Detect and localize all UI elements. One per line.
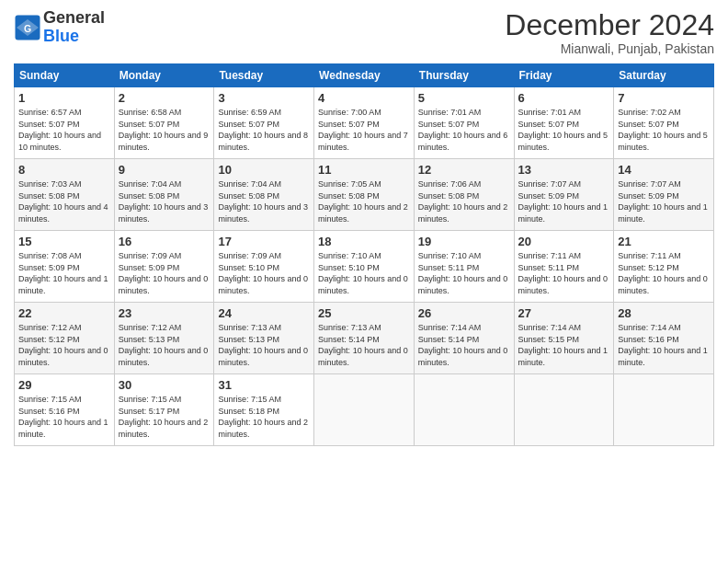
logo-general: General: [43, 8, 105, 27]
day-number: 9: [119, 163, 210, 177]
cell-text: Sunrise: 7:10 AMSunset: 5:11 PMDaylight:…: [418, 251, 508, 295]
cell-text: Sunrise: 7:07 AMSunset: 5:09 PMDaylight:…: [518, 179, 609, 224]
cell-text: Sunrise: 7:04 AMSunset: 5:08 PMDaylight:…: [119, 179, 209, 224]
location-title: Mianwali, Punjab, Pakistan: [505, 41, 714, 56]
day-number: 19: [418, 235, 510, 248]
cell-text: Sunrise: 6:57 AMSunset: 5:07 PMDaylight:…: [18, 108, 101, 152]
day-number: 20: [518, 235, 610, 248]
calendar-cell: 24Sunrise: 7:13 AMSunset: 5:13 PMDayligh…: [214, 303, 314, 374]
day-number: 10: [218, 163, 310, 177]
calendar-cell: 26Sunrise: 7:14 AMSunset: 5:14 PMDayligh…: [414, 303, 514, 374]
day-number: 26: [418, 306, 510, 320]
calendar-cell: 2Sunrise: 6:58 AMSunset: 5:07 PMDaylight…: [114, 87, 214, 159]
day-number: 23: [119, 306, 210, 320]
day-number: 15: [18, 235, 110, 248]
cell-text: Sunrise: 7:15 AMSunset: 5:16 PMDaylight:…: [18, 395, 108, 439]
logo-icon: G: [14, 14, 41, 41]
day-number: 5: [418, 91, 510, 105]
day-number: 12: [418, 163, 510, 177]
logo-text: General Blue: [43, 9, 105, 46]
cell-text: Sunrise: 7:08 AMSunset: 5:09 PMDaylight:…: [18, 251, 108, 295]
calendar-cell: 9Sunrise: 7:04 AMSunset: 5:08 PMDaylight…: [114, 159, 214, 231]
cell-text: Sunrise: 7:12 AMSunset: 5:12 PMDaylight:…: [18, 323, 108, 367]
cell-text: Sunrise: 7:14 AMSunset: 5:16 PMDaylight:…: [618, 323, 708, 367]
calendar-cell: 25Sunrise: 7:13 AMSunset: 5:14 PMDayligh…: [314, 303, 415, 374]
cell-text: Sunrise: 7:01 AMSunset: 5:07 PMDaylight:…: [418, 108, 508, 152]
cell-text: Sunrise: 7:09 AMSunset: 5:09 PMDaylight:…: [119, 251, 209, 295]
day-number: 13: [518, 163, 610, 177]
calendar-cell: [414, 374, 514, 446]
cell-text: Sunrise: 7:13 AMSunset: 5:14 PMDaylight:…: [318, 323, 408, 367]
cell-text: Sunrise: 7:13 AMSunset: 5:13 PMDaylight:…: [218, 323, 308, 367]
day-number: 3: [218, 91, 310, 105]
logo-blue: Blue: [43, 27, 79, 45]
cell-text: Sunrise: 7:14 AMSunset: 5:15 PMDaylight:…: [518, 323, 609, 367]
cell-text: Sunrise: 6:59 AMSunset: 5:07 PMDaylight:…: [218, 108, 308, 152]
cell-text: Sunrise: 7:12 AMSunset: 5:13 PMDaylight:…: [119, 323, 209, 367]
day-number: 1: [18, 91, 110, 105]
day-number: 11: [318, 163, 410, 177]
logo: G General Blue: [14, 9, 105, 46]
calendar-cell: 18Sunrise: 7:10 AMSunset: 5:10 PMDayligh…: [314, 231, 415, 303]
cell-text: Sunrise: 6:58 AMSunset: 5:07 PMDaylight:…: [119, 108, 209, 152]
col-friday: Friday: [514, 64, 614, 87]
cell-text: Sunrise: 7:02 AMSunset: 5:07 PMDaylight:…: [618, 108, 708, 152]
col-thursday: Thursday: [414, 64, 514, 87]
calendar-cell: 17Sunrise: 7:09 AMSunset: 5:10 PMDayligh…: [214, 231, 314, 303]
cell-text: Sunrise: 7:03 AMSunset: 5:08 PMDaylight:…: [18, 179, 108, 224]
page: G General Blue December 2024 Mianwali, P…: [0, 0, 728, 563]
day-number: 21: [618, 235, 710, 248]
calendar-cell: [314, 374, 415, 446]
calendar-cell: 30Sunrise: 7:15 AMSunset: 5:17 PMDayligh…: [114, 374, 214, 446]
calendar-week-row: 1Sunrise: 6:57 AMSunset: 5:07 PMDaylight…: [15, 87, 714, 159]
cell-text: Sunrise: 7:06 AMSunset: 5:08 PMDaylight:…: [418, 179, 508, 224]
calendar-cell: 12Sunrise: 7:06 AMSunset: 5:08 PMDayligh…: [414, 159, 514, 231]
day-number: 14: [618, 163, 710, 177]
day-number: 28: [618, 306, 710, 320]
header-row: Sunday Monday Tuesday Wednesday Thursday…: [15, 64, 714, 87]
day-number: 27: [518, 306, 610, 320]
calendar-cell: 5Sunrise: 7:01 AMSunset: 5:07 PMDaylight…: [414, 87, 514, 159]
day-number: 16: [119, 235, 210, 248]
calendar-week-row: 22Sunrise: 7:12 AMSunset: 5:12 PMDayligh…: [15, 303, 714, 374]
svg-text:G: G: [24, 22, 31, 33]
cell-text: Sunrise: 7:07 AMSunset: 5:09 PMDaylight:…: [618, 179, 708, 224]
calendar-cell: 7Sunrise: 7:02 AMSunset: 5:07 PMDaylight…: [614, 87, 714, 159]
calendar-cell: 4Sunrise: 7:00 AMSunset: 5:07 PMDaylight…: [314, 87, 415, 159]
calendar-cell: 1Sunrise: 6:57 AMSunset: 5:07 PMDaylight…: [15, 87, 115, 159]
calendar-cell: 22Sunrise: 7:12 AMSunset: 5:12 PMDayligh…: [15, 303, 115, 374]
col-wednesday: Wednesday: [314, 64, 415, 87]
col-saturday: Saturday: [614, 64, 714, 87]
day-number: 8: [18, 163, 110, 177]
day-number: 2: [119, 91, 210, 105]
day-number: 22: [18, 306, 110, 320]
day-number: 4: [318, 91, 410, 105]
calendar-table: Sunday Monday Tuesday Wednesday Thursday…: [14, 63, 714, 446]
calendar-cell: 6Sunrise: 7:01 AMSunset: 5:07 PMDaylight…: [514, 87, 614, 159]
day-number: 18: [318, 235, 410, 248]
day-number: 17: [218, 235, 310, 248]
header: G General Blue December 2024 Mianwali, P…: [14, 9, 714, 56]
cell-text: Sunrise: 7:15 AMSunset: 5:17 PMDaylight:…: [119, 395, 209, 439]
calendar-week-row: 8Sunrise: 7:03 AMSunset: 5:08 PMDaylight…: [15, 159, 714, 231]
cell-text: Sunrise: 7:09 AMSunset: 5:10 PMDaylight:…: [218, 251, 308, 295]
cell-text: Sunrise: 7:11 AMSunset: 5:12 PMDaylight:…: [618, 251, 708, 295]
cell-text: Sunrise: 7:10 AMSunset: 5:10 PMDaylight:…: [318, 251, 408, 295]
day-number: 7: [618, 91, 710, 105]
cell-text: Sunrise: 7:11 AMSunset: 5:11 PMDaylight:…: [518, 251, 609, 295]
calendar-cell: 16Sunrise: 7:09 AMSunset: 5:09 PMDayligh…: [114, 231, 214, 303]
day-number: 30: [119, 378, 210, 392]
month-title: December 2024: [505, 9, 714, 41]
calendar-cell: 8Sunrise: 7:03 AMSunset: 5:08 PMDaylight…: [15, 159, 115, 231]
calendar-cell: 14Sunrise: 7:07 AMSunset: 5:09 PMDayligh…: [614, 159, 714, 231]
title-block: December 2024 Mianwali, Punjab, Pakistan: [505, 9, 714, 56]
calendar-cell: 29Sunrise: 7:15 AMSunset: 5:16 PMDayligh…: [15, 374, 115, 446]
calendar-cell: 27Sunrise: 7:14 AMSunset: 5:15 PMDayligh…: [514, 303, 614, 374]
day-number: 6: [518, 91, 610, 105]
calendar-cell: [514, 374, 614, 446]
calendar-cell: 3Sunrise: 6:59 AMSunset: 5:07 PMDaylight…: [214, 87, 314, 159]
cell-text: Sunrise: 7:01 AMSunset: 5:07 PMDaylight:…: [518, 108, 609, 152]
calendar-cell: 21Sunrise: 7:11 AMSunset: 5:12 PMDayligh…: [614, 231, 714, 303]
calendar-cell: 11Sunrise: 7:05 AMSunset: 5:08 PMDayligh…: [314, 159, 415, 231]
calendar-cell: [614, 374, 714, 446]
